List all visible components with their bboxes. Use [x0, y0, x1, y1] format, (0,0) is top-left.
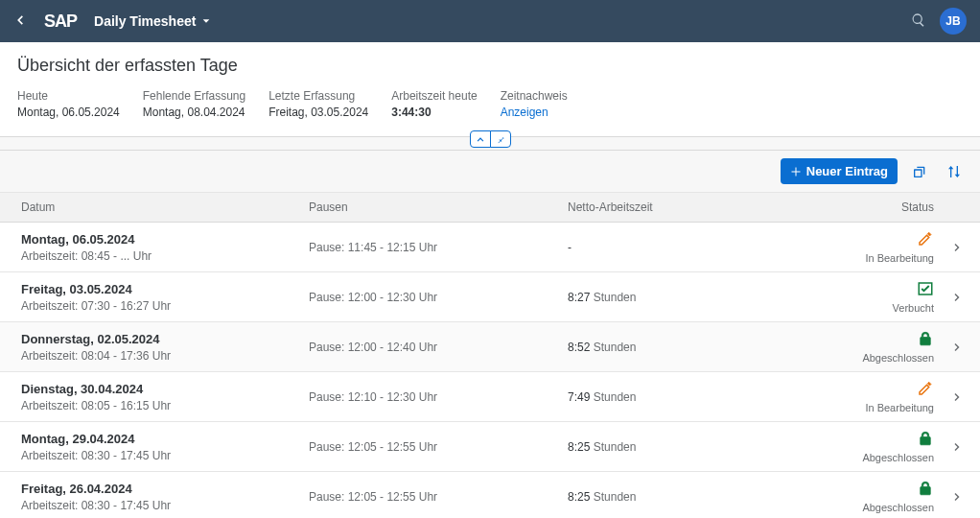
table-row[interactable]: Montag, 29.04.2024Arbeitszeit: 08:30 - 1… [0, 422, 980, 472]
row-nav[interactable] [934, 242, 963, 253]
row-worktime: Arbeitszeit: 08:30 - 17:45 Uhr [21, 449, 309, 462]
info-block: ZeitnachweisAnzeigen [501, 89, 568, 119]
row-date: Montag, 06.05.2024 [21, 232, 309, 247]
chevron-right-icon [951, 441, 963, 453]
row-nav[interactable] [934, 491, 963, 503]
info-label: Heute [17, 89, 120, 103]
chevron-right-icon [951, 491, 963, 503]
info-label: Letzte Erfassung [268, 89, 368, 103]
row-pause: Pause: 12:10 - 12:30 Uhr [309, 390, 568, 404]
row-nav[interactable] [934, 341, 963, 353]
lock-icon [917, 430, 934, 450]
row-pause: Pause: 12:00 - 12:40 Uhr [309, 341, 568, 354]
lock-icon [917, 330, 934, 350]
chevron-up-icon [476, 134, 485, 144]
info-label: Arbeitszeit heute [391, 89, 477, 103]
table-row[interactable]: Dienstag, 30.04.2024Arbeitszeit: 08:05 -… [0, 372, 980, 422]
col-header-net: Netto-Arbeitszeit [568, 200, 838, 214]
page-header: Übersicht der erfassten Tage HeuteMontag… [0, 42, 980, 137]
info-value-link[interactable]: Anzeigen [501, 106, 568, 119]
row-status-label: Abgeschlossen [862, 502, 934, 513]
row-status-label: Verbucht [893, 302, 934, 314]
new-entry-label: Neuer Eintrag [806, 164, 888, 178]
info-value: Montag, 06.05.2024 [17, 106, 120, 119]
info-value: Montag, 08.04.2024 [143, 106, 245, 119]
table-row[interactable]: Freitag, 26.04.2024Arbeitszeit: 08:30 - … [0, 472, 980, 518]
row-status-label: Abgeschlossen [862, 452, 934, 463]
chevron-right-icon [951, 292, 963, 303]
shell-title-dropdown[interactable]: Daily Timesheet [94, 13, 211, 29]
caret-down-icon [201, 16, 211, 26]
table-row[interactable]: Freitag, 03.05.2024Arbeitszeit: 07:30 - … [0, 272, 980, 322]
row-nav[interactable] [934, 391, 963, 403]
row-date: Montag, 29.04.2024 [21, 432, 309, 446]
table-header-row: Datum Pausen Netto-Arbeitszeit Status [0, 193, 980, 223]
row-pause: Pause: 12:05 - 12:55 Uhr [309, 440, 568, 454]
sort-icon[interactable] [942, 159, 967, 184]
back-icon[interactable] [13, 13, 27, 30]
search-icon[interactable] [911, 12, 926, 31]
check-icon [917, 280, 934, 300]
row-pause: Pause: 11:45 - 12:15 Uhr [309, 241, 568, 254]
table-row[interactable]: Montag, 06.05.2024Arbeitszeit: 08:45 - .… [0, 223, 980, 272]
table-body: Montag, 06.05.2024Arbeitszeit: 08:45 - .… [0, 223, 980, 518]
edit-icon [917, 230, 934, 250]
info-row: HeuteMontag, 06.05.2024Fehlende Erfassun… [17, 89, 963, 119]
sap-logo: SAP [38, 10, 82, 34]
row-pause: Pause: 12:05 - 12:55 Uhr [309, 490, 568, 504]
col-header-pause: Pausen [309, 200, 568, 214]
row-status-label: In Bearbeitung [865, 252, 934, 264]
row-status-label: Abgeschlossen [862, 352, 934, 364]
shell-bar: SAP Daily Timesheet JB [0, 0, 980, 42]
new-entry-button[interactable]: Neuer Eintrag [781, 158, 898, 184]
row-net: 8:25 Stunden [568, 440, 838, 454]
info-label: Fehlende Erfassung [143, 89, 245, 103]
row-net: 8:52 Stunden [568, 341, 838, 354]
row-pause: Pause: 12:00 - 12:30 Uhr [309, 291, 568, 304]
row-worktime: Arbeitszeit: 08:45 - ... Uhr [21, 249, 309, 263]
collapse-header-button[interactable] [470, 130, 491, 148]
info-label: Zeitnachweis [501, 89, 568, 103]
lock-icon [917, 480, 934, 500]
info-block: Letzte ErfassungFreitag, 03.05.2024 [268, 89, 368, 119]
row-worktime: Arbeitszeit: 07:30 - 16:27 Uhr [21, 299, 309, 313]
info-block: Arbeitszeit heute3:44:30 [391, 89, 477, 119]
row-worktime: Arbeitszeit: 08:30 - 17:45 Uhr [21, 499, 309, 512]
info-block: Fehlende ErfassungMontag, 08.04.2024 [143, 89, 245, 119]
copy-icon[interactable] [907, 159, 932, 184]
timesheet-table: Datum Pausen Netto-Arbeitszeit Status Mo… [0, 192, 980, 518]
row-date: Freitag, 03.05.2024 [21, 282, 309, 296]
info-value: 3:44:30 [391, 106, 477, 119]
row-net: 7:49 Stunden [568, 390, 838, 404]
shell-title-text: Daily Timesheet [94, 13, 196, 29]
row-nav[interactable] [934, 292, 963, 303]
chevron-right-icon [951, 391, 963, 403]
row-net: 8:27 Stunden [568, 291, 838, 304]
plus-icon [790, 166, 802, 177]
row-date: Freitag, 26.04.2024 [21, 482, 309, 496]
row-net: 8:25 Stunden [568, 490, 838, 504]
info-block: HeuteMontag, 06.05.2024 [17, 89, 120, 119]
pin-header-button[interactable] [490, 130, 511, 148]
pin-icon [496, 134, 505, 144]
edit-icon [917, 380, 934, 400]
row-worktime: Arbeitszeit: 08:04 - 17:36 Uhr [21, 349, 309, 363]
info-value: Freitag, 03.05.2024 [268, 106, 368, 119]
table-toolbar: Neuer Eintrag [0, 151, 980, 192]
row-status-label: In Bearbeitung [865, 402, 934, 413]
row-date: Donnerstag, 02.05.2024 [21, 332, 309, 346]
chevron-right-icon [951, 341, 963, 353]
header-collapse-bar [0, 137, 980, 151]
row-nav[interactable] [934, 441, 963, 453]
col-header-date: Datum [21, 200, 309, 214]
row-net: - [568, 241, 838, 254]
page-title: Übersicht der erfassten Tage [17, 56, 963, 76]
chevron-right-icon [951, 242, 963, 253]
row-date: Dienstag, 30.04.2024 [21, 382, 309, 396]
row-worktime: Arbeitszeit: 08:05 - 16:15 Uhr [21, 399, 309, 412]
avatar[interactable]: JB [940, 8, 967, 35]
col-header-status: Status [838, 200, 934, 214]
table-row[interactable]: Donnerstag, 02.05.2024Arbeitszeit: 08:04… [0, 322, 980, 372]
